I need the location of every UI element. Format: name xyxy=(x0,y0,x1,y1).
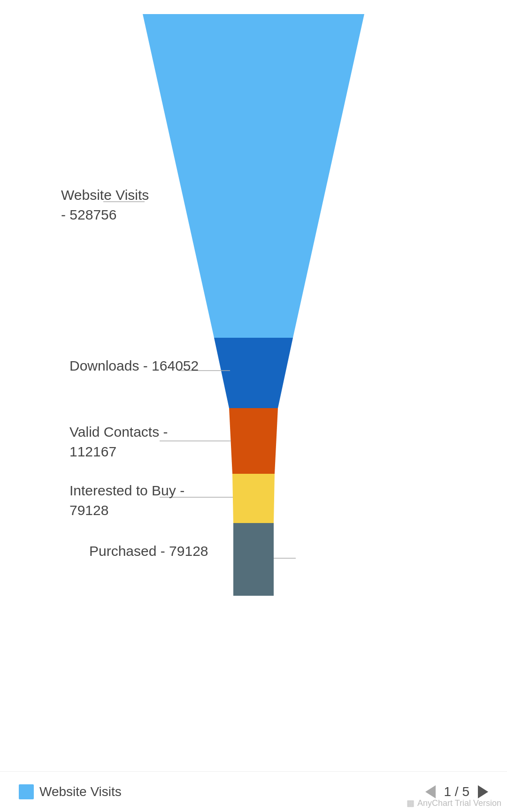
funnel-svg xyxy=(0,0,507,769)
pagination-next-button[interactable] xyxy=(478,785,488,798)
pagination: 1 / 5 xyxy=(425,784,488,799)
label-interested: Interested to Buy -79128 xyxy=(69,481,184,520)
legend-color-website-visits xyxy=(19,784,34,799)
legend-label-website-visits: Website Visits xyxy=(39,784,122,799)
pagination-display: 1 / 5 xyxy=(444,784,469,799)
label-downloads: Downloads - 164052 xyxy=(69,357,199,375)
label-purchased: Purchased - 79128 xyxy=(89,542,208,560)
funnel-segment-interested[interactable] xyxy=(232,474,275,523)
funnel-area: Website Visits- 528756 Downloads - 16405… xyxy=(0,0,507,771)
chart-container: Website Visits- 528756 Downloads - 16405… xyxy=(0,0,507,812)
funnel-segment-website-visits[interactable] xyxy=(143,14,364,338)
legend-item-website-visits[interactable]: Website Visits xyxy=(19,784,122,799)
label-valid-contacts: Valid Contacts -112167 xyxy=(69,422,168,462)
funnel-segment-purchased[interactable] xyxy=(233,523,274,596)
anychart-icon: ▦ xyxy=(407,798,415,808)
funnel-segment-valid-contacts[interactable] xyxy=(229,408,278,474)
label-website-visits: Website Visits- 528756 xyxy=(61,185,149,225)
funnel-segment-downloads[interactable] xyxy=(214,338,293,408)
anychart-text: AnyChart Trial Version xyxy=(417,798,501,808)
anychart-watermark: ▦ AnyChart Trial Version xyxy=(407,798,501,808)
pagination-prev-button[interactable] xyxy=(425,785,436,798)
